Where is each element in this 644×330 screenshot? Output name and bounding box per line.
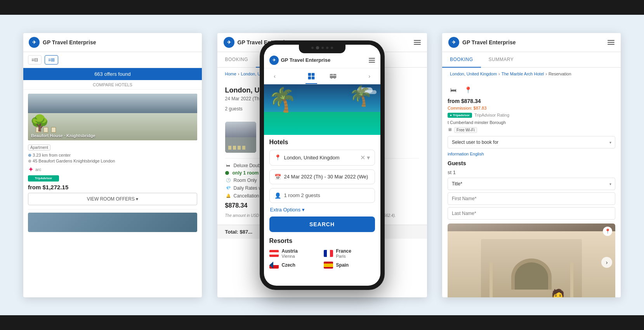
phone-device: ✈ GP Travel Enterprise ‹ (260, 41, 384, 290)
compare-label: COMPARE HOTELS (93, 82, 132, 87)
resort-spain[interactable]: Spain (324, 262, 375, 269)
hotel-card-left: 🌳 Beaufort House · Knightsbridge Apartme… (23, 90, 202, 236)
resort-austria[interactable]: Austria Vienna (269, 248, 321, 258)
view-offers-button[interactable]: VIEW ROOM OFFERS ▾ (28, 193, 197, 205)
svg-point-6 (334, 77, 335, 79)
resort-france[interactable]: France Paris (324, 248, 375, 258)
hotel-image-right: 🧑 › 📍 (448, 223, 615, 297)
clear-dropdown-icon: ▾ (367, 154, 370, 161)
resort-france-name: France (336, 248, 351, 254)
phone-hamburger[interactable] (369, 58, 375, 63)
right-brand-name: GP Travel Enterprise (462, 39, 516, 45)
resort-france-info: France Paris (336, 248, 351, 258)
offers-bar: 663 offers found (23, 68, 202, 80)
phone-hotels-title: Hotels (269, 139, 375, 146)
hotel-image-left: 🌳 Beaufort House · Knightsbridge (28, 94, 197, 140)
resort-austria-info: Austria Vienna (282, 248, 298, 258)
right-header: ✈ GP Travel Enterprise (442, 33, 621, 52)
right-tabs: BOOKING SUMMARY (442, 52, 621, 68)
bed-icon: 🛏 (448, 86, 459, 95)
availability-label: only 1 room (233, 170, 259, 176)
svg-rect-3 (311, 76, 314, 79)
phone-search-button[interactable]: SEARCH (269, 217, 375, 232)
phone-notch (299, 45, 345, 53)
phone-nav-transfers[interactable] (326, 71, 340, 82)
select-user-dropdown[interactable]: Select user to book for (448, 136, 615, 148)
right-tab-summary[interactable]: SUMMARY (481, 52, 522, 67)
center-hamburger[interactable] (414, 40, 421, 45)
phone-brand-logo: ✈ (269, 56, 279, 65)
room-icons-row: 🛏 📍 (448, 86, 615, 95)
availability-dot (225, 171, 229, 175)
title-dropdown[interactable]: Title* (448, 178, 615, 190)
hotel-price-left: from $1,272.15 (28, 184, 197, 190)
breadcrumb-home[interactable]: Home (225, 72, 236, 76)
total-amount: Total: $87... (225, 229, 253, 235)
phone-notch-dots (299, 45, 345, 49)
tab-booking[interactable]: BOOKING (217, 52, 256, 67)
info-line-text: information English (448, 152, 484, 156)
phone-guest-text: 1 room 2 guests (284, 192, 320, 198)
tripadvisor-logo: TripAdvisor (28, 175, 59, 182)
right-price: from $878.34 (448, 98, 481, 104)
resort-czech-info: Czech (282, 262, 295, 268)
wifi-badge: Free Wi-Fi (454, 127, 477, 133)
phone-date-box[interactable]: 📅 24 Mar 2022 (Th) - 30 Mar 2022 (We) (269, 169, 375, 184)
hotel-channels: ✦ arc (28, 165, 197, 174)
image-nav-arrow[interactable]: › (601, 257, 612, 268)
phone-palm-1: 🌴 (268, 88, 297, 112)
right-breadcrumb-london[interactable]: London, United Kingdom (450, 72, 497, 76)
compare-bar: COMPARE HOTELS (23, 80, 202, 90)
svg-point-5 (331, 77, 332, 79)
phone-body: Hotels 📍 London, United Kingdom ✕ ▾ 📅 (264, 135, 380, 272)
flag-france (324, 250, 333, 257)
top-bar (0, 0, 644, 15)
flag-austria (269, 250, 279, 257)
phone-nav-hotels[interactable] (304, 71, 318, 82)
phone-resort-grid: Austria Vienna France Paris (269, 248, 375, 269)
phone-nav-icons (280, 71, 364, 82)
offers-count: 663 offers found (94, 71, 131, 77)
meal-plan-label: Room Only (234, 178, 257, 183)
flag-spain (324, 262, 333, 269)
resort-czech-name: Czech (282, 262, 295, 268)
tripadvisor-logo-right: ● (450, 113, 452, 117)
phone-nav-forward[interactable]: › (364, 71, 375, 82)
guest-number: st 1 (448, 169, 615, 175)
tripadvisor-right: ● Tripadvisor TripAdvisor Rating (448, 113, 615, 118)
resort-spain-info: Spain (336, 262, 349, 268)
resort-czech[interactable]: Czech (269, 262, 321, 269)
phone-nav-back[interactable]: ‹ (269, 71, 280, 82)
phone-date-text: 24 Mar 2022 (Th) - 30 Mar 2022 (We) (284, 174, 368, 180)
select-arrow-icon: ▾ (609, 140, 611, 144)
phone-dot-2 (321, 47, 324, 49)
tripadvisor-badge: ● Tripadvisor (448, 113, 472, 118)
info-line[interactable]: information English (448, 152, 615, 156)
right-breadcrumb-hotel[interactable]: The Marble Arch Hotel (502, 72, 544, 76)
filter-icon-2[interactable]: ≡⊞ (45, 55, 58, 65)
tripadvisor-rating-label: TripAdvisor Rating (474, 113, 509, 117)
hotel-location-right: t Cumberland minster Borough (448, 120, 615, 125)
phone-extra-options[interactable]: Extra Options ▾ (269, 207, 375, 213)
svg-rect-1 (311, 73, 314, 76)
phone-guests-box[interactable]: 👤 1 room 2 guests (269, 188, 375, 203)
filter-icon-1[interactable]: ≡⊟ (28, 55, 42, 65)
first-name-input[interactable] (448, 192, 615, 205)
phone-hero-water (264, 112, 380, 135)
resort-france-city: Paris (336, 254, 351, 258)
phone-outer: ✈ GP Travel Enterprise ‹ (260, 41, 384, 290)
clear-x-icon: ✕ (360, 154, 365, 161)
right-tab-booking[interactable]: BOOKING (442, 52, 481, 68)
phone-clear-button[interactable]: ✕ ▾ (360, 154, 370, 161)
location-icon: 📍 (462, 86, 474, 95)
bottom-bar (0, 315, 644, 330)
right-hamburger[interactable] (608, 40, 614, 45)
meal-plan-icon: 🕐 (225, 177, 231, 183)
phone-location-search[interactable]: 📍 London, United Kingdom ✕ ▾ (269, 150, 375, 166)
guests-title: Guests (448, 160, 615, 166)
last-name-input[interactable] (448, 207, 615, 220)
cancellation-icon: 🔔 (225, 193, 231, 199)
commission-text: Commission: $87.83 (448, 106, 615, 110)
tripadvisor-row: TripAdvisor (28, 175, 197, 182)
phone-dot-1 (311, 47, 314, 49)
